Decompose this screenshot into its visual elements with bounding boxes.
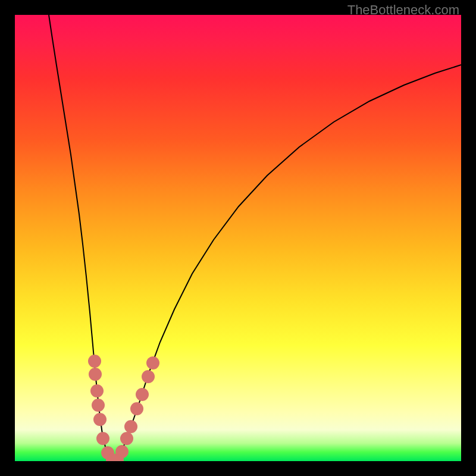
attribution-label: TheBottleneck.com <box>347 2 459 18</box>
plot-overlay <box>15 15 461 461</box>
sample-dot <box>124 420 137 433</box>
chart-frame: TheBottleneck.com <box>0 0 476 476</box>
sample-dot <box>89 368 102 381</box>
sample-dot <box>120 432 133 445</box>
sample-dot <box>92 399 105 412</box>
sample-dot <box>136 388 149 401</box>
sample-dot <box>96 432 109 445</box>
sample-dot <box>115 445 129 458</box>
sample-dot <box>88 355 101 368</box>
sample-dot <box>130 402 143 415</box>
right-curve <box>116 65 461 460</box>
sample-dot <box>90 384 104 397</box>
sample-dot <box>93 413 107 426</box>
sample-dot <box>142 370 155 383</box>
plot-area <box>15 15 461 461</box>
sample-dot <box>146 356 159 369</box>
